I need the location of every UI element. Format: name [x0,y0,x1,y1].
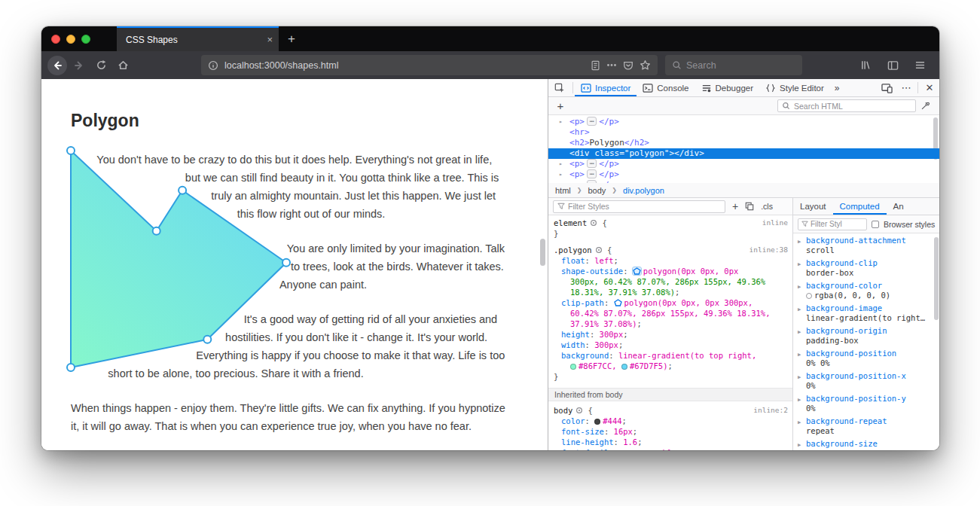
add-rule-button[interactable]: + [732,201,738,212]
computed-scrollbar-thumb[interactable] [934,237,939,320]
property-value[interactable]: #67D7F5) [630,361,668,370]
computed-property-name[interactable]: background-color [806,281,882,290]
expander-icon[interactable]: ▸ [559,117,563,127]
devtools-menu-button[interactable]: ⋯ [896,82,916,93]
computed-property-name[interactable]: background-clip [806,258,878,267]
page-actions-icon[interactable] [606,63,617,67]
property-name[interactable]: float [561,256,585,265]
sidebar-tab-an[interactable]: An [887,198,911,215]
collapsed-content-pill[interactable]: ⋯ [587,159,597,168]
computed-property-name[interactable]: background-position-x [806,371,906,380]
css-declaration[interactable]: float: left; [554,255,788,266]
computed-property[interactable]: ▶background-clipborder-box [793,258,939,280]
url-bar[interactable]: localhost:3000/shapes.html [201,55,658,75]
new-tab-button[interactable]: + [279,26,304,51]
color-swatch[interactable] [621,364,627,370]
css-declaration[interactable]: width: 300px; [554,340,788,350]
eyedropper-button[interactable] [916,101,934,111]
browser-tab[interactable]: CSS Shapes × [117,26,279,51]
devtools-tab-style-editor[interactable]: Style Editor [759,79,830,96]
home-button[interactable] [113,56,133,75]
computed-property-name[interactable]: background-position-y [806,394,906,403]
expander-icon[interactable]: ▸ [559,169,563,180]
color-swatch[interactable] [570,364,576,370]
toggle-pseudo-classes-icon[interactable] [745,202,754,211]
expander-icon[interactable]: ▶ [798,350,801,360]
add-node-button[interactable]: + [554,99,567,112]
expander-icon[interactable]: ▶ [798,440,801,450]
sidebar-toggle-button[interactable] [883,56,902,75]
property-name[interactable]: height [561,330,590,339]
property-name[interactable]: color [561,416,585,425]
computed-property-name[interactable]: background-position [806,349,896,358]
css-declaration[interactable]: font-family: sans-serif; [554,447,788,450]
property-name[interactable]: width [561,340,585,349]
property-name[interactable]: shape-outside [561,267,623,276]
responsive-design-button[interactable] [877,83,896,93]
breadcrumb-item[interactable]: html [555,186,571,195]
library-button[interactable] [856,56,875,75]
computed-property[interactable]: ▶background-attachmentscroll [793,235,939,258]
breadcrumb-item[interactable]: body [588,186,606,195]
expander-icon[interactable]: ▶ [798,282,801,292]
property-value[interactable]: polygon(0px 0px, 0px [643,267,738,276]
menu-button[interactable] [910,56,930,75]
markup-node[interactable]: <hr> [548,127,939,138]
browser-styles-checkbox[interactable] [872,221,879,228]
css-declaration[interactable]: line-height: 1.6; [554,437,788,447]
computed-property[interactable]: ▶background-imagelinear-gradient(to righ… [793,303,939,325]
expander-icon[interactable]: ▶ [798,418,801,428]
markup-node[interactable]: ▸<p>⋯</p> [548,159,939,169]
markup-node[interactable]: ▸<p>⋯</p> [548,117,939,127]
color-swatch[interactable] [594,419,600,425]
shape-editor-toggle-icon[interactable] [614,299,622,306]
forward-button[interactable] [69,56,89,75]
filter-computed-input[interactable]: Filter Styl [798,218,867,230]
rule-selector[interactable]: body [554,406,572,415]
expander-icon[interactable]: ▸ [559,159,563,169]
rule-selector[interactable]: .polygon [554,245,592,255]
add-class-button[interactable]: .cls [761,202,773,211]
collapsed-content-pill[interactable]: ⋯ [587,169,597,178]
markup-node[interactable]: ▸<p>⋯</p> [548,180,939,183]
search-bar[interactable]: Search [665,55,802,75]
computed-property[interactable]: ▶background-position0% 0% [793,348,939,370]
filter-styles-input[interactable]: Filter Styles [553,200,725,213]
property-value[interactable]: #86F7CC, [579,361,617,370]
pick-element-button[interactable] [548,79,571,96]
computed-property-name[interactable]: background-image [806,303,882,312]
property-value[interactable]: 16px [614,427,633,436]
devtools-tab-inspector[interactable]: Inspector [575,79,637,96]
computed-property[interactable]: ▶background-position-x0% [793,370,939,393]
property-value[interactable]: 300px [600,330,624,339]
property-name[interactable]: background [561,351,609,360]
shape-editor-toggle-icon[interactable] [633,267,641,275]
property-value[interactable]: 60.42% 87.07%, 286px 155px, 49.36% 18.31… [570,309,771,318]
computed-property-name[interactable]: background-repeat [806,416,887,425]
expander-icon[interactable]: ▸ [559,180,563,183]
expander-icon[interactable]: ▶ [798,305,801,315]
property-value[interactable]: 300px [594,340,618,349]
collapsed-content-pill[interactable]: ⋯ [587,117,597,126]
page-scrollbar-thumb[interactable] [540,239,545,266]
expander-icon[interactable]: ▶ [798,395,801,405]
site-info-icon[interactable] [208,60,218,71]
css-declaration[interactable]: clip-path: polygon(0px 0px, 0px 300px,60… [554,297,788,329]
breadcrumb-item[interactable]: div.polygon [623,186,664,195]
computed-property[interactable]: ▶background-position-y0% [793,393,939,416]
reader-mode-icon[interactable] [591,60,600,71]
markup-node[interactable]: <h2>Polygon</h2> [548,138,939,148]
expander-icon[interactable]: ▶ [798,373,801,383]
markup-node[interactable]: <div class="polygon"></div> [548,148,939,159]
collapsed-content-pill[interactable]: ⋯ [587,180,597,183]
close-devtools-button[interactable]: ✕ [920,82,939,93]
css-declaration[interactable]: shape-outside: polygon(0px 0px, 0px300px… [554,266,788,297]
property-value[interactable]: left [594,256,613,265]
rule-source-link[interactable]: inline:38 [750,245,788,255]
devtools-tab-console[interactable]: Console [637,79,695,96]
pocket-icon[interactable] [623,60,633,71]
selector-highlighter-icon[interactable] [595,246,603,254]
computed-property-name[interactable]: background-size [806,439,878,448]
url-text[interactable]: localhost:3000/shapes.html [224,60,585,71]
more-tools-chevron[interactable]: » [830,79,844,96]
